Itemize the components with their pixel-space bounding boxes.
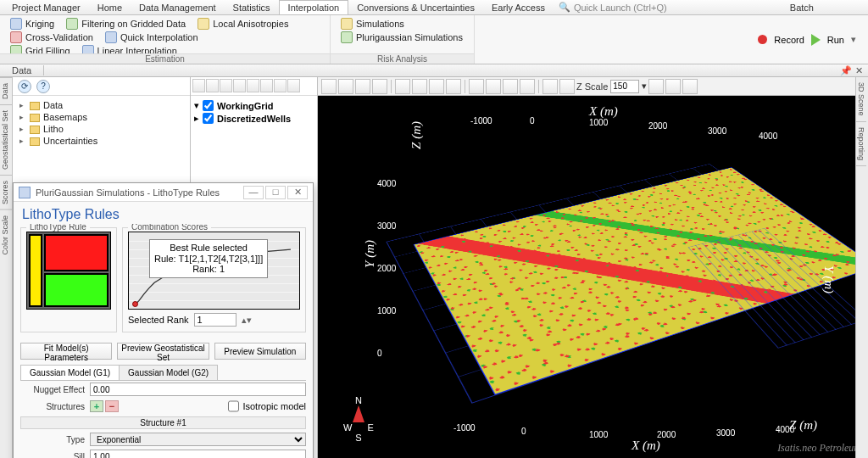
left-side-tabs: Data Geostatistical Set Scores Color Sca… (0, 77, 13, 458)
vp-measure-icon[interactable] (648, 79, 664, 94)
vp-camera-icon[interactable] (542, 79, 558, 94)
scene-toolbar (191, 77, 317, 96)
menu-tab-project[interactable]: Project Manager (3, 1, 89, 14)
scene-item-wells[interactable]: ▸DiscretizedWells (194, 112, 314, 125)
vp-grid-icon[interactable] (486, 79, 501, 94)
dialog-icon (19, 187, 31, 198)
ribbon-filter-grid[interactable]: Filtering on Gridded Data (64, 17, 187, 31)
vp-ortho-icon[interactable] (412, 79, 427, 94)
vp-cube-icon[interactable] (429, 79, 444, 94)
3d-viewport[interactable]: Z Scale ▾ X (m) X (m) Y (m) Y (m) Z (m) … (318, 77, 868, 458)
axis-z-label-left: Z (m) (409, 121, 424, 149)
tool-h[interactable] (287, 79, 300, 92)
tool-b[interactable] (206, 79, 219, 92)
tool-g[interactable] (274, 79, 287, 92)
vp-settings-icon[interactable] (665, 79, 681, 94)
vp-pointer-icon[interactable] (321, 79, 337, 94)
tree-basemaps: Basemaps (18, 111, 185, 123)
side-tab-scores[interactable]: Scores (0, 175, 12, 209)
menu-tab-conversions[interactable]: Conversions & Uncertainties (348, 1, 483, 14)
pin-icon[interactable]: 📌 (840, 65, 852, 76)
tree-litho: Litho (18, 123, 185, 135)
ribbon: Kriging Filtering on Gridded Data Local … (0, 15, 868, 64)
run-icon (811, 34, 821, 46)
litho-facies-yellow (29, 234, 42, 307)
side-tab-data[interactable]: Data (0, 77, 12, 104)
tool-f[interactable] (260, 79, 273, 92)
scene-item-workinggrid[interactable]: ▾WorkingGrid (194, 99, 314, 112)
help-icon[interactable]: ? (36, 80, 50, 93)
tab-g1[interactable]: Gaussian Model (G1) (20, 365, 120, 380)
ribbon-local-aniso[interactable]: Local Anisotropies (196, 17, 290, 31)
record-icon (758, 35, 767, 44)
side-tab-geostat[interactable]: Geostatistical Set (0, 104, 12, 175)
menu-tab-interpolation[interactable]: Interpolation (279, 0, 349, 14)
dialog-heading: LithoType Rules (14, 202, 313, 224)
minimize-button[interactable]: — (243, 186, 264, 199)
menu-tab-home[interactable]: Home (89, 1, 131, 14)
ribbon-plurigaussian[interactable]: Plurigaussian Simulations (339, 31, 465, 44)
axis-y-label-left: Y (m) (363, 240, 377, 268)
menu-tab-stats[interactable]: Statistics (225, 1, 279, 14)
score-chart[interactable]: Best Rule selected Rule: T1[2,1,T2[4,T2[… (128, 232, 300, 310)
zscale-control[interactable]: Z Scale ▾ (576, 80, 647, 93)
litho-facies-red (44, 234, 108, 271)
tool-c[interactable] (220, 79, 232, 92)
vp-pan-icon[interactable] (338, 79, 353, 94)
add-structure-button[interactable]: + (90, 400, 103, 412)
lithotype-dialog: PluriGaussian Simulations - LithoType Ru… (13, 182, 314, 458)
rtab-reporting[interactable]: Reporting (856, 122, 866, 166)
remove-structure-button[interactable]: − (105, 400, 119, 412)
run-button[interactable]: Run (827, 35, 844, 45)
watermark: Isatis.neo Petroleum (777, 442, 861, 455)
vp-rotate-icon[interactable] (355, 79, 370, 94)
maximize-button[interactable]: □ (265, 186, 286, 199)
vp-slice-icon[interactable] (446, 79, 461, 94)
fit-model-button[interactable]: Fit Model(s) Parameters (20, 343, 112, 360)
side-tab-color[interactable]: Color Scale (0, 209, 12, 260)
nugget-input[interactable] (90, 383, 306, 396)
lithotype-rule-preview[interactable] (26, 232, 111, 310)
data-tab[interactable]: Data (0, 65, 44, 75)
ribbon-group-estimation: Estimation (0, 53, 330, 64)
selected-rank-input[interactable] (194, 313, 236, 327)
vp-light-icon[interactable] (469, 79, 484, 94)
sill-input[interactable] (90, 450, 306, 458)
ribbon-quick-interp[interactable]: Quick Interpolation (103, 31, 200, 44)
preview-sim-button[interactable]: Preview Simulation (214, 343, 306, 360)
ribbon-kriging[interactable]: Kriging (8, 17, 56, 31)
vp-save-icon[interactable] (559, 79, 575, 94)
axis-y-label-right: Y (m) (821, 265, 836, 293)
menu-tab-data[interactable]: Data Management (131, 1, 225, 14)
record-button[interactable]: Record (774, 35, 804, 45)
ribbon-simulations[interactable]: Simulations (339, 17, 406, 31)
litho-facies-green (44, 273, 108, 307)
zscale-input[interactable] (610, 80, 639, 93)
type-select[interactable]: Exponential (90, 433, 306, 446)
tool-a[interactable] (192, 79, 205, 92)
tool-e[interactable] (247, 79, 259, 92)
refresh-icon[interactable]: ⟳ (18, 80, 31, 93)
rtab-3dscene[interactable]: 3D Scene (856, 77, 866, 122)
vp-axes-icon[interactable] (503, 79, 518, 94)
vp-fit-icon[interactable] (395, 79, 410, 94)
ribbon-crossval[interactable]: Cross-Validation (8, 31, 95, 44)
menu-bar: Project Manager Home Data Management Sta… (0, 0, 868, 15)
isotropic-checkbox[interactable] (228, 399, 239, 413)
vp-snap-icon[interactable] (520, 79, 535, 94)
quick-launch[interactable]: 🔍 Quick Launch (Ctrl+Q) (559, 2, 667, 13)
data-tree[interactable]: Data Basemaps Litho Uncertainties (13, 96, 190, 150)
axis-x-label-bottom: X (m) (632, 438, 660, 453)
tree-data: Data (18, 99, 185, 111)
viewport-toolbar: Z Scale ▾ (318, 77, 868, 96)
tool-d[interactable] (233, 79, 246, 92)
dialog-titlebar[interactable]: PluriGaussian Simulations - LithoType Ru… (14, 183, 313, 202)
tree-unc: Uncertainties (18, 135, 185, 147)
tab-g2[interactable]: Gaussian Model (G2) (119, 365, 218, 380)
vp-help-icon[interactable] (682, 79, 698, 94)
menu-tab-early[interactable]: Early Access (483, 1, 554, 14)
close-icon[interactable]: ✕ (855, 65, 863, 76)
vp-zoom-icon[interactable] (372, 79, 387, 94)
preview-set-button[interactable]: Preview Geostatistical Set (117, 343, 209, 360)
close-button[interactable]: ✕ (287, 186, 308, 199)
